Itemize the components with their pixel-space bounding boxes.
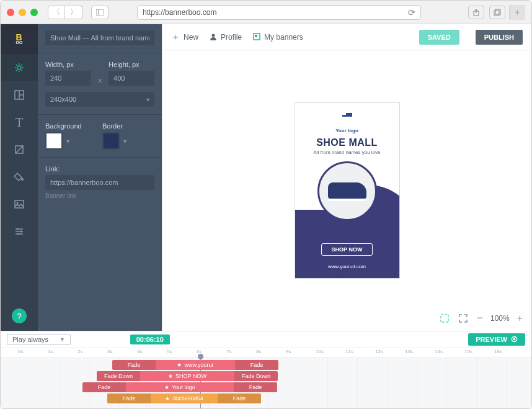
timeline-clip[interactable]: Fade Down★SHOP NOWFade Down (97, 371, 278, 381)
paint-icon (14, 171, 25, 182)
new-button[interactable]: ＋ New (171, 32, 198, 43)
ruler-tick: 9s (286, 349, 291, 354)
banner-title-input[interactable] (45, 30, 154, 45)
app-logo[interactable]: BOO (1, 24, 38, 54)
height-input[interactable] (109, 71, 154, 86)
timecode: 00:06:10 (130, 335, 170, 344)
background-color-swatch[interactable] (45, 132, 63, 150)
svg-point-18 (20, 231, 22, 233)
rail-image[interactable] (1, 191, 38, 218)
play-mode-select[interactable]: Play always ▼ (7, 334, 71, 345)
tool-rail: BOO T ? (1, 24, 38, 331)
profile-label: Profile (221, 33, 242, 42)
timeline: Play always ▼ 00:06:10 PREVIEW ⦿ 0s1s2s3… (1, 331, 531, 408)
ruler-tick: 2s (78, 349, 82, 354)
saved-button[interactable]: SAVED (419, 30, 459, 45)
rail-text[interactable]: T (1, 109, 38, 136)
fullscreen-icon[interactable] (458, 313, 469, 324)
timeline-clip[interactable]: Fade★Your logoFade (82, 382, 277, 392)
my-banners-label: My banners (264, 33, 303, 42)
profile-button[interactable]: Profile (210, 32, 242, 42)
properties-panel: Width, px × Height, px 240x400 ▾ (38, 24, 162, 331)
url-text: https://bannerboo.com (143, 8, 216, 17)
zoom-out-button[interactable]: − (476, 312, 483, 325)
back-button[interactable]: 〈 (48, 6, 65, 19)
minimize-window-icon[interactable] (19, 9, 26, 16)
canvas-controls: − 100% + (439, 312, 523, 325)
ruler-tick: 0s (18, 349, 23, 354)
gear-icon (14, 62, 25, 73)
size-preset-value: 240x400 (50, 96, 76, 103)
clip-label: www.yourur (184, 362, 213, 368)
svg-rect-12 (15, 200, 24, 208)
tabs-icon (494, 9, 501, 16)
timeline-clip[interactable]: Fade★30cb690d54Fade (107, 393, 261, 403)
star-icon: ★ (165, 395, 170, 402)
rail-fill[interactable] (1, 163, 38, 191)
svg-rect-0 (96, 9, 104, 16)
chevron-down-icon[interactable]: ▾ (123, 138, 126, 145)
width-label: Width, px (45, 61, 91, 68)
maximize-window-icon[interactable] (30, 9, 38, 16)
close-window-icon[interactable] (7, 9, 14, 16)
border-color-swatch[interactable] (102, 132, 120, 150)
link-helper: Banner link (45, 192, 154, 199)
chevron-down-icon: ▼ (60, 336, 65, 343)
size-preset-select[interactable]: 240x400 ▾ (45, 92, 154, 107)
ruler-tick: 1s (48, 349, 53, 354)
svg-point-11 (21, 178, 24, 181)
url-bar[interactable]: https://bannerboo.com ⟳ (137, 5, 421, 20)
banner-product-image (317, 161, 377, 221)
image-icon (14, 199, 25, 210)
ruler-tick: 13s (405, 349, 413, 354)
zoom-level: 100% (490, 314, 510, 323)
link-input[interactable] (45, 175, 154, 190)
rail-shapes[interactable] (1, 136, 38, 163)
width-input[interactable] (45, 71, 91, 86)
fade-in-segment: Fade Down (97, 371, 140, 381)
chevron-down-icon[interactable]: ▾ (66, 138, 69, 145)
star-icon: ★ (168, 373, 173, 379)
svg-rect-25 (441, 315, 448, 322)
ruler-tick: 5s (167, 349, 172, 354)
banners-icon (253, 32, 260, 42)
background-label: Background (45, 122, 97, 130)
refresh-icon[interactable]: ⟳ (408, 7, 415, 17)
sidebar-toggle-button[interactable] (91, 6, 109, 19)
ruler-tick: 4s (137, 349, 142, 354)
fade-out-segment: Fade Down (234, 371, 278, 381)
ruler-tick: 3s (107, 349, 112, 354)
share-button[interactable] (468, 6, 484, 19)
timeline-clip[interactable]: Fade★www.yoururFade (112, 360, 278, 370)
main-area: ＋ New Profile My banners (162, 24, 531, 331)
forward-button[interactable]: 〉 (65, 6, 82, 19)
star-icon: ★ (164, 384, 169, 390)
tabs-button[interactable] (489, 6, 505, 19)
help-button[interactable]: ? (12, 308, 27, 323)
publish-button[interactable]: PUBLISH (476, 30, 523, 45)
new-tab-button[interactable]: + (509, 5, 525, 20)
ruler-tick: 16s (494, 349, 502, 354)
fade-in-segment: Fade (82, 382, 126, 392)
my-banners-button[interactable]: My banners (253, 32, 303, 42)
fade-out-segment: Fade (235, 360, 278, 370)
user-icon (210, 32, 217, 42)
ruler-tick: 14s (435, 349, 443, 354)
preview-button[interactable]: PREVIEW ⦿ (468, 333, 525, 346)
rail-sliders[interactable] (1, 218, 38, 245)
canvas[interactable]: Your logo SHOE MALL All from brand names… (162, 50, 531, 331)
fade-in-segment: Fade (112, 360, 156, 370)
layout-icon (14, 89, 25, 101)
rail-layout[interactable] (1, 81, 38, 109)
zoom-in-button[interactable]: + (517, 313, 523, 324)
time-ruler[interactable]: 0s1s2s3s4s5s6s7s8s9s10s11s12s13s14s15s16… (1, 348, 531, 357)
fade-in-segment: Fade (107, 393, 151, 403)
fade-out-segment: Fade (218, 393, 261, 403)
banner-preview[interactable]: Your logo SHOE MALL All from brand names… (295, 102, 400, 279)
fit-icon[interactable] (439, 313, 450, 324)
browser-chrome: 〈 〉 https://bannerboo.com ⟳ + (1, 1, 531, 24)
timeline-tracks[interactable]: Fade★www.yoururFadeFade Down★SHOP NOWFad… (1, 357, 531, 408)
times-icon: × (96, 76, 104, 86)
rail-settings[interactable] (0, 54, 38, 81)
svg-point-17 (17, 228, 19, 230)
